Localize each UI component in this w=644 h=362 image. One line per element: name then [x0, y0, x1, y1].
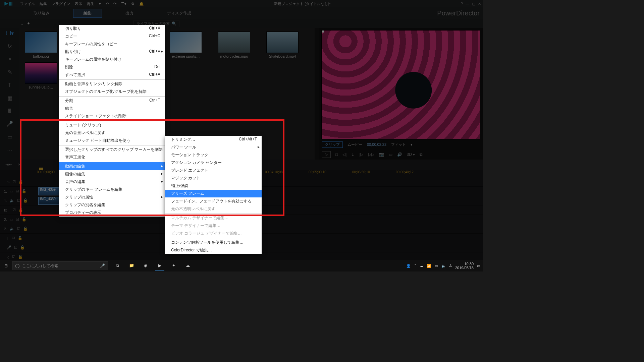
menu-item[interactable]: 動画の編集▸	[59, 162, 165, 170]
close-icon[interactable]: ✕	[478, 2, 481, 6]
plugin-icon[interactable]: ✦	[27, 21, 30, 26]
menu-item[interactable]: プロパティーの表示	[59, 209, 165, 217]
menu-item[interactable]: 音声の編集▸	[59, 178, 165, 186]
menu-item[interactable]: 削除Del	[59, 63, 165, 71]
audio-room-icon[interactable]: 🎚	[7, 108, 12, 114]
menu-item[interactable]: すべて選択Ctrl+A	[59, 71, 165, 79]
particle-room-icon[interactable]: ✎	[8, 69, 12, 75]
menu-item[interactable]: クリップの属性▸	[59, 193, 165, 201]
menu-item[interactable]: ミュージック ビート自動検出を使う	[59, 137, 165, 144]
track-lock-icon[interactable]: 🔓	[18, 255, 23, 259]
track-header[interactable]: ♫ ☑ 🔓	[0, 255, 37, 259]
track-lock-icon[interactable]: 🔓	[22, 217, 26, 222]
menu-item[interactable]: 音声正規化	[59, 154, 165, 161]
track-header[interactable]: 1. 🔈 ☑ 🔓	[0, 198, 37, 203]
fast-fwd-button[interactable]: ▷▷	[368, 152, 374, 157]
menu-item[interactable]: 貼り付けCtrl+V▸	[59, 48, 165, 56]
track-header[interactable]: fx ☑ 🔓	[0, 208, 37, 212]
track-lock-icon[interactable]: 🔓	[23, 227, 28, 231]
ime-icon[interactable]: A	[449, 264, 452, 268]
import-icon[interactable]: ⭳	[20, 21, 24, 26]
media-room-icon[interactable]: 🎞▾	[6, 30, 14, 37]
menu-item[interactable]: 動画と音声をリンク/リンク解除	[59, 79, 165, 88]
taskbar-search[interactable]: ◯ ここに入力して検索 🎤	[12, 261, 108, 270]
menu-item[interactable]: アクション カメラ センター	[165, 159, 262, 167]
onedrive-icon[interactable]: ☁	[420, 264, 423, 268]
track-visible-icon[interactable]: ☑	[12, 180, 16, 184]
menu-item[interactable]: フェードイン、フェードアウトを有効にする	[165, 197, 262, 205]
media-thumb[interactable]: sunrise 01.jp…	[21, 62, 61, 89]
menu-item[interactable]: 補正/強調	[165, 182, 262, 190]
playhead[interactable]	[41, 170, 41, 263]
fx-room-icon[interactable]: fx	[8, 43, 12, 49]
help-icon[interactable]: ?	[461, 2, 463, 6]
track-header[interactable]: 2. 🔈 ☑ 🔓	[0, 227, 37, 231]
tray-chevron[interactable]: ˄	[414, 264, 416, 268]
track-lock-icon[interactable]: 🔓	[18, 180, 23, 184]
menu-item[interactable]: マジック カット	[165, 174, 262, 182]
loop-button[interactable]: ▭	[389, 152, 392, 157]
maximize-icon[interactable]: ▢	[472, 2, 475, 6]
menu-item[interactable]: フリーズ フレーム	[165, 190, 262, 197]
track-lock-icon[interactable]: 🔓	[22, 189, 26, 193]
menu-item[interactable]: モーション トラック	[165, 151, 262, 159]
tab-edit[interactable]: 編集	[73, 9, 102, 18]
media-thumb[interactable]: motorcycles.mpo	[214, 32, 254, 58]
menu-item[interactable]: ミュート (クリップ)	[59, 121, 165, 129]
play-button[interactable]: ▷	[322, 151, 331, 158]
volume-button[interactable]: 🔊	[397, 152, 402, 157]
context-submenu[interactable]: トリミング…Ctrl+Alt+Tパワー ツール▸モーション トラックアクション …	[165, 136, 262, 254]
track-visible-icon[interactable]: ☑	[12, 255, 15, 259]
minimize-icon[interactable]: —	[466, 2, 469, 6]
media-thumb[interactable]: Skateboard.mp4	[262, 32, 303, 58]
preview-fit[interactable]: フィット	[391, 142, 406, 147]
gear-icon[interactable]: ⚙	[131, 2, 135, 6]
track-header[interactable]: T ☑ 🔓	[0, 236, 37, 240]
media-thumb[interactable]: extreme sports…	[166, 32, 206, 58]
menu-item[interactable]: コピーCtrl+C	[59, 33, 165, 40]
powerdirector-taskicon[interactable]: ▶	[155, 261, 164, 270]
threeD-button[interactable]: 3D ▾	[407, 152, 415, 157]
popout-button[interactable]: ⧉	[420, 152, 423, 157]
redo-icon[interactable]: ↷	[113, 2, 116, 6]
preview-mode[interactable]: ムービー	[347, 142, 362, 147]
track-visible-icon[interactable]: ☑	[16, 217, 19, 222]
track-visible-icon[interactable]: ☑	[12, 236, 15, 240]
track-lock-icon[interactable]: 🔓	[18, 208, 23, 212]
track-visible-icon[interactable]: ☑	[16, 189, 19, 193]
subtitle-room-icon[interactable]: ⋯	[7, 147, 12, 153]
track-header[interactable]: ⤡ ☑ 🔓	[0, 180, 37, 184]
undo-icon[interactable]: ↶	[106, 2, 109, 6]
context-menu[interactable]: 切り取りCtrl+XコピーCtrl+Cキーフレームの属性をコピー貼り付けCtrl…	[59, 25, 165, 217]
menu-item[interactable]: クリップの別名を編集	[59, 201, 165, 209]
tab-disc[interactable]: ディスク作成	[157, 9, 201, 17]
voice-room-icon[interactable]: 🎤	[6, 121, 13, 127]
track-header[interactable]: 2. ▭ ☑ 🔓	[0, 217, 37, 222]
menu-edit[interactable]: 編集	[40, 1, 47, 6]
title-room-icon[interactable]: T	[8, 82, 11, 88]
volume-tray-icon[interactable]: 🔈	[441, 264, 446, 268]
track-header[interactable]: 1. ▭ ☑ 🔓	[0, 189, 37, 193]
next-frame-button[interactable]: |▷	[359, 152, 363, 157]
menu-plugin[interactable]: プラグイン	[52, 1, 70, 6]
track-header[interactable]: 🎤 ☑ 🔓	[0, 245, 37, 250]
menu-item[interactable]: コンテンツ解析ツールを使用して編集…	[165, 238, 262, 246]
fit-timeline-icon[interactable]: ⇥⇤	[5, 162, 12, 167]
save-icon[interactable]: ▾	[99, 2, 101, 6]
preview-cliptag[interactable]: クリップ	[322, 141, 343, 148]
network-icon[interactable]: 📶	[427, 264, 431, 268]
app-icon[interactable]: ☁	[183, 261, 193, 270]
mic-icon[interactable]: 🎤	[100, 263, 105, 268]
menu-file[interactable]: ファイル	[20, 1, 35, 6]
cut-icon[interactable]: ✂	[18, 162, 21, 167]
menu-item[interactable]: オブジェクトのグループ化/グループ化を解除	[59, 88, 165, 96]
menu-item[interactable]: 切り取りCtrl+X	[59, 25, 165, 33]
media-thumb[interactable]: ballon.jpg	[21, 32, 61, 58]
explorer-icon[interactable]: 📁	[127, 261, 136, 270]
layout-icon[interactable]: ☰▾	[121, 2, 126, 6]
menu-item[interactable]: クリップのキー フレームを編集	[59, 186, 165, 193]
chapter-room-icon[interactable]: ▭	[7, 134, 12, 140]
action-center-icon[interactable]: ▭	[477, 264, 480, 268]
people-icon[interactable]: 👤	[406, 264, 411, 268]
menu-item[interactable]: ColorDirector で編集…	[165, 246, 262, 254]
